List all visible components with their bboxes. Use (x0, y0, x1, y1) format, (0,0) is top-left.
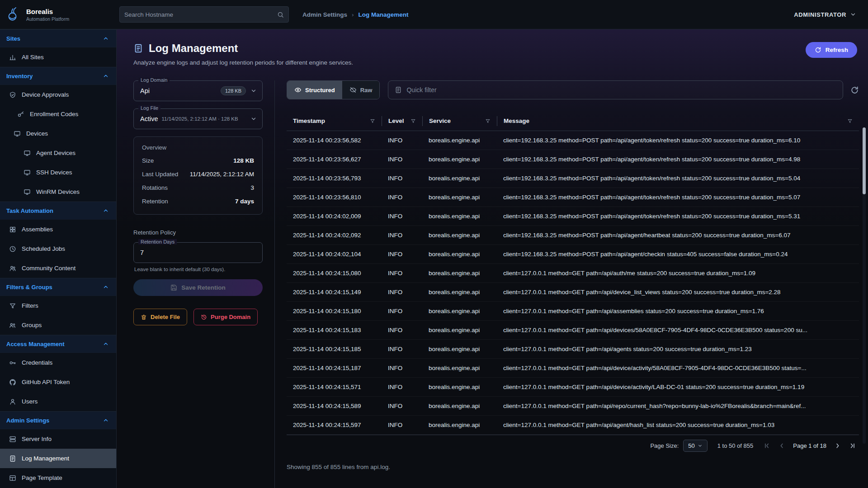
log-row[interactable]: 2025-11-14 00:24:02,092 INFO borealis.en… (287, 226, 859, 245)
log-domain-value: Api (140, 87, 150, 94)
breadcrumb-current[interactable]: Log Management (359, 11, 409, 18)
filter-icon[interactable] (485, 118, 491, 124)
log-cell-message: client=127.0.0.1 method=GET path=/api/de… (497, 289, 859, 296)
log-row[interactable]: 2025-11-14 00:24:15,597 INFO borealis.en… (287, 416, 859, 435)
log-cell-level: INFO (382, 308, 422, 314)
log-row[interactable]: 2025-11-14 00:23:56,810 INFO borealis.en… (287, 188, 859, 207)
sidebar-item-ssh-devices[interactable]: SSH Devices (0, 163, 116, 182)
refresh-button[interactable]: Refresh (806, 42, 857, 58)
sidebar-item-label: WinRM Devices (36, 188, 80, 195)
hostname-search-input[interactable] (124, 11, 277, 18)
sidebar-item-community-content[interactable]: Community Content (0, 258, 116, 278)
page-size-select[interactable]: 50 (683, 440, 707, 452)
log-file-meta: 11/14/2025, 2:12:12 AM · 128 KB (162, 116, 238, 122)
log-row[interactable]: 2025-11-14 00:24:15,187 INFO borealis.en… (287, 359, 859, 378)
sidebar-item-label: Groups (22, 322, 42, 328)
column-header-message[interactable]: Message (497, 116, 859, 126)
table-scrollbar[interactable] (863, 127, 866, 444)
sidebar-item-agent-devices[interactable]: Agent Devices (0, 143, 116, 163)
purge-history-icon (201, 314, 207, 320)
log-row[interactable]: 2025-11-14 00:23:56,793 INFO borealis.en… (287, 169, 859, 188)
retention-days-field[interactable]: Retention Days (133, 242, 263, 263)
log-cell-level: INFO (382, 384, 422, 390)
user-menu-button[interactable]: ADMINISTRATOR (794, 11, 856, 18)
column-header-level[interactable]: Level (382, 116, 422, 126)
log-row[interactable]: 2025-11-14 00:23:56,582 INFO borealis.en… (287, 131, 859, 150)
next-page-button[interactable] (834, 442, 841, 450)
sidebar-item-users[interactable]: Users (0, 392, 116, 411)
structured-view-button[interactable]: Structured (287, 81, 342, 99)
sidebar-item-scheduled-jobs[interactable]: Scheduled Jobs (0, 239, 116, 258)
sidebar-item-filters[interactable]: Filters (0, 296, 116, 315)
log-row[interactable]: 2025-11-14 00:24:15,149 INFO borealis.en… (287, 283, 859, 302)
previous-page-button[interactable] (778, 442, 786, 450)
sidebar-item-groups[interactable]: Groups (0, 315, 116, 335)
log-cell-service: borealis.engine.api (422, 213, 497, 220)
quick-filter-input[interactable] (406, 86, 836, 94)
sidebar-section-access-management[interactable]: Access Management (0, 335, 116, 353)
column-header-service[interactable]: Service (422, 116, 497, 126)
sidebar-item-label: Users (22, 398, 38, 405)
log-row[interactable]: 2025-11-14 00:24:15,183 INFO borealis.en… (287, 321, 859, 340)
last-page-button[interactable] (849, 442, 856, 450)
retention-days-input[interactable] (140, 249, 257, 256)
sidebar-item-winrm-devices[interactable]: WinRM Devices (0, 182, 116, 202)
sidebar-item-github-api-token[interactable]: GitHub API Token (0, 372, 116, 392)
hostname-searchbox[interactable] (119, 6, 289, 23)
table-refresh-button[interactable] (850, 86, 859, 94)
log-toolbar: Structured Raw (287, 80, 859, 99)
log-row[interactable]: 2025-11-14 00:24:15,180 INFO borealis.en… (287, 302, 859, 321)
sidebar-item-all-sites[interactable]: All Sites (0, 47, 116, 67)
trash-icon (141, 314, 147, 320)
sidebar-section-inventory[interactable]: Inventory (0, 67, 116, 85)
purge-domain-button[interactable]: Purge Domain (193, 309, 258, 325)
log-file-select[interactable]: Log File Active 11/14/2025, 2:12:12 AM ·… (133, 108, 263, 129)
sidebar-section-sites[interactable]: Sites (0, 29, 116, 47)
table-scrollbar-thumb[interactable] (863, 127, 866, 194)
sidebar-item-log-management[interactable]: Log Management (0, 449, 116, 468)
raw-view-button[interactable]: Raw (342, 81, 380, 99)
sidebar-item-assemblies[interactable]: Assemblies (0, 220, 116, 239)
first-page-button[interactable] (763, 442, 771, 450)
pagination-range: 1 to 50 of 855 (717, 442, 754, 449)
breadcrumb-parent[interactable]: Admin Settings (302, 11, 347, 18)
log-row[interactable]: 2025-11-14 00:24:15,080 INFO borealis.en… (287, 264, 859, 283)
log-row[interactable]: 2025-11-14 00:23:56,627 INFO borealis.en… (287, 150, 859, 169)
filter-icon[interactable] (370, 118, 375, 124)
save-retention-button[interactable]: Save Retention (133, 279, 263, 296)
sidebar-section-task-automation[interactable]: Task Automation (0, 202, 116, 220)
sidebar-section-filters-groups[interactable]: Filters & Groups (0, 278, 116, 296)
log-cell-message: client=127.0.0.1 method=GET path=/api/re… (497, 403, 859, 409)
log-row[interactable]: 2025-11-14 00:24:15,571 INFO borealis.en… (287, 378, 859, 397)
log-viewer-panel: Structured Raw (274, 80, 859, 488)
log-cell-timestamp: 2025-11-14 00:24:02,104 (287, 251, 382, 258)
sidebar-item-credentials[interactable]: Credentials (0, 353, 116, 372)
log-row[interactable]: 2025-11-14 00:24:02,009 INFO borealis.en… (287, 207, 859, 226)
log-cell-timestamp: 2025-11-14 00:24:15,589 (287, 403, 382, 409)
log-cell-service: borealis.engine.api (422, 346, 497, 352)
log-row[interactable]: 2025-11-14 00:24:15,185 INFO borealis.en… (287, 340, 859, 359)
sidebar-item-label: Agent Devices (36, 150, 75, 156)
sidebar-item-enrollment-codes[interactable]: Enrollment Codes (0, 104, 116, 124)
search-icon (277, 11, 284, 18)
refresh-icon (815, 47, 821, 53)
log-document-icon (9, 455, 16, 462)
log-row[interactable]: 2025-11-14 00:24:02,104 INFO borealis.en… (287, 245, 859, 264)
column-header-timestamp[interactable]: Timestamp (287, 116, 382, 126)
sidebar-item-device-approvals[interactable]: Device Approvals (0, 85, 116, 104)
sidebar-section-admin-settings[interactable]: Admin Settings (0, 411, 116, 429)
filter-icon[interactable] (410, 118, 416, 124)
sidebar-item-server-info[interactable]: Server Info (0, 429, 116, 449)
log-cell-level: INFO (382, 213, 422, 220)
log-row[interactable]: 2025-11-14 00:24:15,589 INFO borealis.en… (287, 397, 859, 416)
log-cell-timestamp: 2025-11-14 00:24:02,092 (287, 232, 382, 239)
sidebar-item-devices[interactable]: Devices (0, 124, 116, 143)
purge-domain-label: Purge Domain (211, 314, 250, 320)
filter-icon[interactable] (847, 118, 853, 124)
key-icon (17, 111, 24, 118)
log-domain-select[interactable]: Log Domain Api 128 KB (133, 80, 263, 101)
delete-file-button[interactable]: Delete File (133, 309, 187, 325)
sidebar-item-page-template[interactable]: Page Template (0, 468, 116, 488)
chevron-up-icon (103, 35, 109, 42)
quick-filter-box[interactable] (388, 80, 843, 99)
